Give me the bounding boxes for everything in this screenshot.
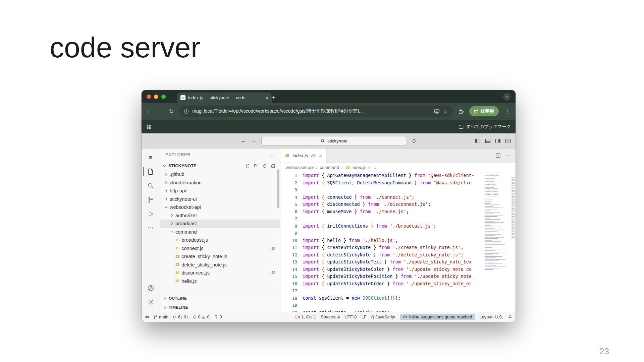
ports-item[interactable]: 0 bbox=[214, 314, 222, 319]
branch-icon bbox=[153, 315, 158, 319]
menu-hamburger-icon[interactable]: ≡ bbox=[143, 150, 158, 165]
tree-item-command[interactable]: command bbox=[160, 228, 280, 236]
collapse-all-icon[interactable] bbox=[271, 164, 275, 168]
git-branch-item[interactable]: main bbox=[153, 314, 168, 319]
toggle-secondary-sidebar-icon[interactable] bbox=[495, 138, 501, 144]
tab-close-icon[interactable]: × bbox=[265, 95, 268, 101]
all-bookmarks[interactable]: すべてのブックマーク bbox=[459, 124, 511, 130]
reload-button[interactable]: ↻ bbox=[169, 108, 174, 115]
bell-icon[interactable] bbox=[508, 315, 512, 319]
encoding[interactable]: UTF-8 bbox=[344, 314, 357, 319]
breadcrumb-...[interactable]: ... bbox=[373, 165, 376, 170]
eol[interactable]: LF bbox=[362, 314, 367, 319]
indentation[interactable]: Spaces: 4 bbox=[321, 314, 340, 319]
branch-name: main bbox=[159, 314, 168, 319]
account-icon[interactable] bbox=[143, 281, 158, 295]
breadcrumb-separator: › bbox=[341, 165, 343, 170]
tree-item-http-api[interactable]: http-api bbox=[160, 187, 280, 195]
git-modified-badge: ↓M bbox=[270, 246, 280, 251]
code-editor[interactable]: 1import { ApiGatewayManagementApiClient … bbox=[280, 172, 516, 312]
forward-button[interactable]: → bbox=[158, 108, 164, 115]
problems-item[interactable]: 0 0 bbox=[193, 314, 209, 319]
site-info-icon[interactable] bbox=[184, 109, 189, 114]
close-window-button[interactable] bbox=[147, 95, 151, 99]
browser-tab[interactable]: ‹› index.js — stickynote — code × bbox=[177, 93, 272, 103]
tree-item-cloudformation[interactable]: cloudformation bbox=[160, 179, 280, 187]
cursor-position[interactable]: Ln 1, Col 1 bbox=[295, 314, 316, 319]
tree-item-delete_sticky_note.js[interactable]: JSdelete_sticky_note.js bbox=[160, 261, 280, 269]
extensions-puzzle-icon[interactable] bbox=[458, 109, 464, 114]
bookmarks-bar: すべてのブックマーク bbox=[142, 120, 516, 133]
command-center-search[interactable]: stickynote bbox=[261, 136, 407, 146]
minimap[interactable] bbox=[485, 174, 510, 271]
tree-item-connect.js[interactable]: JSconnect.js↓M bbox=[160, 244, 280, 253]
editor-forward-icon[interactable]: → bbox=[251, 137, 257, 144]
tab-search-button[interactable] bbox=[503, 93, 511, 101]
minimize-window-button[interactable] bbox=[154, 95, 158, 99]
status-bar: >< main 6↓ 0↑ 0 0 bbox=[142, 312, 516, 322]
outline-section[interactable]: OUTLINE bbox=[160, 294, 280, 303]
editor-back-icon[interactable]: ← bbox=[240, 137, 246, 144]
breadcrumb-websocket-api[interactable]: websocket-api bbox=[286, 165, 314, 170]
command-center-value: stickynote bbox=[327, 138, 347, 143]
tree-item-broadcast.js[interactable]: JSbroadcast.js bbox=[160, 236, 280, 244]
explorer-scrollbar[interactable] bbox=[277, 169, 279, 208]
editor-tab-close-icon[interactable]: × bbox=[319, 153, 322, 159]
apps-grid-icon[interactable] bbox=[146, 124, 151, 129]
tree-item-authorizer[interactable]: authorizer bbox=[160, 212, 280, 220]
new-tab-button[interactable]: + bbox=[270, 94, 278, 102]
tree-item-stickynote-ui[interactable]: stickynote-ui bbox=[160, 195, 280, 203]
profile-chip[interactable]: 仕事用 bbox=[469, 106, 499, 116]
slide-title: code server bbox=[50, 31, 200, 64]
toggle-sidebar-icon[interactable] bbox=[475, 138, 481, 144]
remote-indicator[interactable]: >< bbox=[145, 315, 149, 319]
back-button[interactable]: ← bbox=[147, 108, 153, 115]
editor-more-icon[interactable]: ⋯ bbox=[505, 153, 511, 159]
install-app-icon[interactable] bbox=[434, 109, 440, 114]
tree-item-create_sticky_note.js[interactable]: JScreate_sticky_note.js bbox=[160, 252, 280, 261]
language-mode[interactable]: {} JavaScript bbox=[371, 314, 395, 319]
new-file-icon[interactable] bbox=[246, 164, 250, 168]
tree-item-hello.js[interactable]: JShello.js bbox=[160, 277, 280, 286]
refresh-icon[interactable] bbox=[262, 164, 267, 168]
sync-counts: 6↓ 0↑ bbox=[178, 314, 189, 319]
tree-item-label: .github bbox=[170, 172, 184, 177]
split-editor-icon[interactable] bbox=[495, 153, 501, 158]
browser-window: ‹› index.js — stickynote — code × + ← → … bbox=[142, 90, 516, 322]
url-text[interactable]: magi.local/?folder=/opt/vscode/workspace… bbox=[192, 108, 431, 114]
timeline-section[interactable]: TIMELINE bbox=[160, 303, 280, 312]
git-sync-item[interactable]: 6↓ 0↑ bbox=[173, 314, 189, 319]
editor-tab-indexjs[interactable]: JS index.js ↓M × bbox=[280, 148, 327, 163]
toggle-panel-icon[interactable] bbox=[485, 138, 491, 144]
explorer-more-icon[interactable]: ⋯ bbox=[269, 152, 275, 158]
address-bar[interactable]: magi.local/?folder=/opt/vscode/workspace… bbox=[179, 106, 452, 117]
explorer-activity-icon[interactable] bbox=[143, 165, 158, 179]
zoom-window-button[interactable] bbox=[161, 95, 166, 99]
run-debug-activity-icon[interactable] bbox=[143, 207, 158, 221]
bookmark-star-icon[interactable]: ☆ bbox=[443, 108, 448, 115]
more-views-icon[interactable] bbox=[143, 221, 158, 235]
code-line-9: 9 bbox=[280, 230, 483, 237]
tree-item-websocket-api[interactable]: websocket-api bbox=[160, 203, 280, 212]
breadcrumb-index.js[interactable]: JSindex.js bbox=[345, 165, 366, 170]
search-activity-icon[interactable] bbox=[143, 179, 158, 193]
ports-count: 0 bbox=[220, 314, 222, 319]
breadcrumb-separator: › bbox=[369, 165, 370, 170]
copilot-notice[interactable]: Inline suggestions quota reached bbox=[400, 314, 475, 320]
tree-item-disconnect.js[interactable]: JSdisconnect.js↓M bbox=[160, 269, 280, 277]
tree-item-.github[interactable]: .github bbox=[160, 170, 280, 179]
new-folder-icon[interactable] bbox=[254, 164, 259, 168]
source-control-activity-icon[interactable] bbox=[143, 193, 158, 207]
tree-item-broadcast[interactable]: broadcast bbox=[160, 220, 280, 228]
tree-item-label: broadcast.js bbox=[181, 237, 208, 243]
minimap-highlights bbox=[512, 177, 515, 239]
breadcrumb-command[interactable]: command bbox=[320, 165, 339, 170]
settings-gear-icon[interactable] bbox=[143, 295, 158, 309]
remote-reload-icon[interactable] bbox=[412, 138, 417, 143]
customize-layout-icon[interactable] bbox=[505, 138, 511, 144]
braces-icon: {} bbox=[371, 314, 374, 319]
keyboard-layout[interactable]: Layout: U.S. bbox=[480, 314, 503, 319]
code-line-16: 16import { updateStickyNoteOrder } from … bbox=[280, 280, 483, 288]
explorer-root-folder[interactable]: STICKYNOTE bbox=[160, 161, 280, 170]
browser-menu-icon[interactable]: ⋮ bbox=[504, 108, 510, 115]
